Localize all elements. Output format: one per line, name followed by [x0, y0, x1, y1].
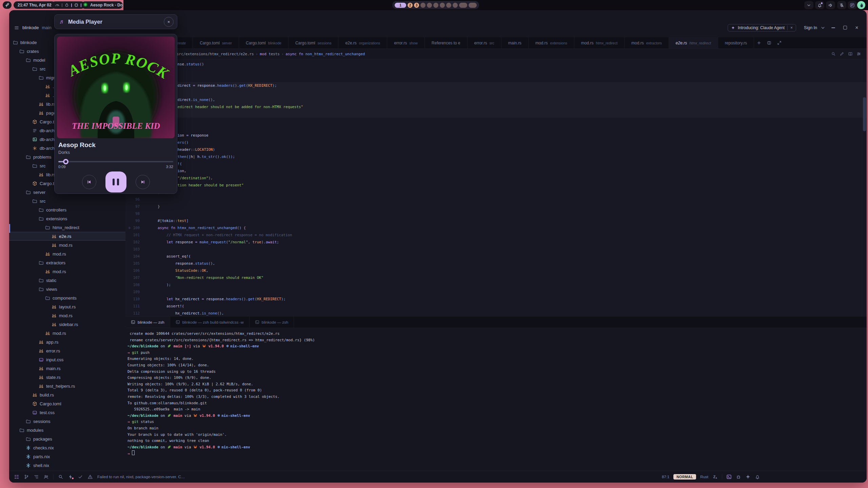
- tree-item[interactable]: sidebar.rs: [9, 320, 125, 329]
- media-player-header[interactable]: ♬ Media Player ×: [54, 14, 177, 29]
- code-line[interactable]: 106 StatusCode::OK,: [125, 267, 867, 274]
- tree-item[interactable]: state.rs: [9, 373, 125, 382]
- window-minimize-button[interactable]: [829, 27, 837, 28]
- tray-chevron-button[interactable]: [804, 1, 813, 9]
- editor-controls-icon[interactable]: [856, 52, 861, 56]
- window-close-button[interactable]: ×: [852, 25, 861, 31]
- code-line[interactable]: 84 );: [125, 110, 867, 118]
- tree-item[interactable]: extractors: [9, 258, 125, 267]
- code-line[interactable]: 103: [125, 246, 867, 253]
- code-line[interactable]: 104 assert_eq!(: [125, 253, 867, 260]
- editor-tab[interactable]: Cargo.tomlblinkode: [239, 37, 289, 48]
- tree-item[interactable]: test_helpers.rs: [9, 382, 125, 390]
- editor-tab[interactable]: Cargo.tomlsessions: [289, 37, 339, 48]
- editor-tab[interactable]: main.rs: [501, 37, 529, 48]
- tray-app-button[interactable]: [848, 1, 857, 9]
- code-line[interactable]: 95 );: [125, 189, 867, 196]
- seek-thumb[interactable]: [63, 159, 68, 164]
- tree-item[interactable]: csstest.css: [9, 408, 125, 417]
- run-test-button[interactable]: [128, 224, 131, 231]
- tree-item[interactable]: main.rs: [9, 364, 125, 373]
- tree-item[interactable]: packages: [9, 434, 125, 443]
- code-line[interactable]: 87 let location = response: [125, 132, 867, 139]
- project-name-button[interactable]: blinkode: [22, 25, 39, 30]
- tree-item[interactable]: static: [9, 276, 125, 285]
- code-line[interactable]: 92 location,: [125, 167, 867, 175]
- code-line[interactable]: 79: [125, 75, 867, 82]
- docs-icon[interactable]: [848, 52, 853, 56]
- tree-item[interactable]: Cargo.toml: [9, 399, 125, 408]
- tree-item[interactable]: mod.rs: [9, 249, 125, 258]
- breadcrumb[interactable]: crates/server/src/extensions/htmx_redire…: [125, 49, 867, 59]
- workspace-button[interactable]: 3: [414, 3, 419, 8]
- media-module[interactable]: Aesop Rock - Do: [81, 1, 123, 9]
- tree-item[interactable]: modules: [9, 426, 125, 434]
- cursor-position[interactable]: 87:1: [662, 475, 669, 479]
- terminal-tab[interactable]: blinkode — zsh: [125, 317, 170, 328]
- tree-item[interactable]: extensions: [9, 214, 125, 223]
- code-line[interactable]: 101 // HTMX request + non-redirect respo…: [125, 231, 867, 239]
- inline-assist-icon[interactable]: [840, 52, 844, 56]
- editor-tab[interactable]: mod.rshtmx_redirect: [574, 37, 625, 48]
- code-line[interactable]: 85: [125, 118, 867, 125]
- code-editor[interactable]: 77 response.status()78 );7980 let hx_red…: [125, 59, 867, 316]
- workspace-active[interactable]: 1: [395, 3, 406, 8]
- tree-item[interactable]: mod.rs: [9, 311, 125, 320]
- workspace-dot[interactable]: [427, 3, 432, 8]
- code-line[interactable]: 82 hx_redirect.is_none(),: [125, 96, 867, 103]
- edit-prediction-icon[interactable]: Z: [712, 474, 718, 480]
- assistant-icon[interactable]: [745, 474, 751, 480]
- seek-slider[interactable]: [58, 159, 173, 164]
- code-line[interactable]: 83 "HX-Redirect header should not be add…: [125, 103, 867, 110]
- promo-banner[interactable]: Introducing: Claude Agent ×: [728, 24, 796, 32]
- editor-tab[interactable]: Cargo.tomlserver: [193, 37, 239, 48]
- code-line[interactable]: 93 Some("/destination"),: [125, 175, 867, 182]
- pause-button[interactable]: [105, 171, 126, 192]
- editor-tab[interactable]: repository.rs: [718, 37, 754, 48]
- terminal-toggle-icon[interactable]: [726, 474, 732, 480]
- editor-tab[interactable]: mod.rsextractors: [625, 37, 669, 48]
- terminal-tab[interactable]: blinkode — zsh: [250, 317, 294, 328]
- editor-tab[interactable]: error.rsshow: [387, 37, 425, 48]
- workspace-button[interactable]: 2: [408, 3, 413, 8]
- tree-item[interactable]: layout.rs: [9, 302, 125, 311]
- microphone-mute-button[interactable]: [837, 1, 846, 9]
- code-line[interactable]: 81 assert!(: [125, 89, 867, 96]
- code-line[interactable]: 109: [125, 288, 867, 296]
- previous-track-button[interactable]: [82, 175, 96, 189]
- clock-module[interactable]: 21:47 Thu, Apr 02: [14, 1, 56, 9]
- code-line[interactable]: 102 let response = make_request("/normal…: [125, 239, 867, 246]
- language-selector[interactable]: Rust: [700, 475, 708, 479]
- user-menu-chevron-icon[interactable]: [820, 25, 826, 30]
- system-stats-module[interactable]: [52, 1, 85, 9]
- terminal-tab[interactable]: blinkode — zsh build-tailwindcss -w: [170, 317, 250, 328]
- tree-item[interactable]: build.rs: [9, 390, 125, 399]
- workspace-pill[interactable]: [469, 3, 477, 8]
- code-line[interactable]: 108 );: [125, 281, 867, 288]
- editor-tab[interactable]: error.rssrc: [468, 37, 501, 48]
- tree-item[interactable]: e2e.rs: [9, 232, 125, 241]
- code-line[interactable]: 97 }: [125, 203, 867, 210]
- new-tab-button[interactable]: [754, 37, 764, 48]
- workspace-dot[interactable]: [433, 3, 438, 8]
- status-bell-icon[interactable]: [755, 474, 760, 480]
- workspace-dot[interactable]: [440, 3, 445, 8]
- code-line[interactable]: 112 hx_redirect.is_none(),: [125, 310, 867, 316]
- collab-panel-icon[interactable]: [43, 474, 49, 480]
- git-branch-icon[interactable]: [24, 474, 29, 480]
- tree-item[interactable]: checks.nix: [9, 443, 125, 452]
- code-line[interactable]: 80 let hx_redirect = response.headers().…: [125, 82, 867, 89]
- terminal-output[interactable]: create mode 100644 crates/server/src/ext…: [125, 328, 867, 471]
- code-line[interactable]: 90 .and_then(|h| h.to_str().ok());: [125, 153, 867, 160]
- tree-item[interactable]: app.rs: [9, 338, 125, 346]
- code-line[interactable]: 78 );: [125, 68, 867, 75]
- buffer-search-icon[interactable]: [831, 52, 836, 56]
- debugger-icon[interactable]: [736, 474, 741, 480]
- tree-item[interactable]: mod.rs: [9, 241, 125, 249]
- warning-icon[interactable]: [87, 474, 93, 480]
- search-icon[interactable]: [58, 474, 63, 480]
- code-line[interactable]: 99 #[tokio::test]: [125, 217, 867, 224]
- volume-button[interactable]: [826, 1, 835, 9]
- tree-item[interactable]: views: [9, 285, 125, 293]
- tree-item[interactable]: components: [9, 293, 125, 302]
